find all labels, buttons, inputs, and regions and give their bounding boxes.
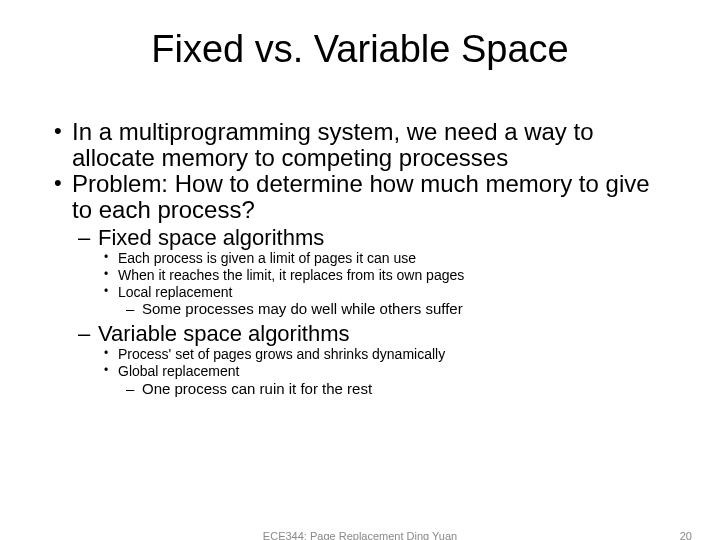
fixed-heading: Fixed space algorithms Each process is g… [72,225,672,319]
variable-i2-sub: One process can ruin it for the rest [118,380,672,399]
variable-items: Process' set of pages grows and shrinks … [98,346,672,398]
bullet-2: Problem: How to determine how much memor… [48,171,672,399]
slide-container: Fixed vs. Variable Space In a multiprogr… [0,0,720,399]
fixed-i3-text: Local replacement [118,284,232,300]
fixed-heading-text: Fixed space algorithms [98,225,324,250]
variable-i2-text: Global replacement [118,363,239,379]
variable-i1: Process' set of pages grows and shrinks … [98,346,672,363]
footer-text: ECE344: Page Replacement Ding Yuan [263,530,457,540]
slide-title: Fixed vs. Variable Space [48,28,672,71]
fixed-items: Each process is given a limit of pages i… [98,250,672,319]
bullet-1: In a multiprogramming system, we need a … [48,119,672,171]
fixed-i2: When it reaches the limit, it replaces f… [98,267,672,284]
variable-heading-text: Variable space algorithms [98,321,350,346]
page-number: 20 [680,530,692,540]
fixed-i3: Local replacement Some processes may do … [98,284,672,320]
fixed-i1: Each process is given a limit of pages i… [98,250,672,267]
fixed-i3a: Some processes may do well while others … [118,300,672,319]
bullet-2-text: Problem: How to determine how much memor… [72,170,650,223]
variable-i2: Global replacement One process can ruin … [98,363,672,399]
variable-heading: Variable space algorithms Process' set o… [72,321,672,399]
fixed-i3-sub: Some processes may do well while others … [118,300,672,319]
variable-i2a: One process can ruin it for the rest [118,380,672,399]
bullet-list: In a multiprogramming system, we need a … [48,119,672,399]
sub-list: Fixed space algorithms Each process is g… [72,225,672,399]
